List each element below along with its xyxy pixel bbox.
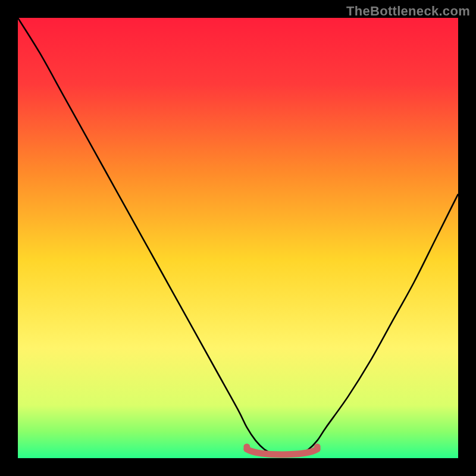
gradient-background [18,18,458,458]
plot-area [18,18,458,458]
chart-frame: TheBottleneck.com [0,0,476,476]
bottleneck-curve-chart [18,18,458,458]
optimal-range-start-dot [243,443,250,450]
optimal-range-end-dot [314,443,321,450]
attribution-label: TheBottleneck.com [346,4,470,19]
